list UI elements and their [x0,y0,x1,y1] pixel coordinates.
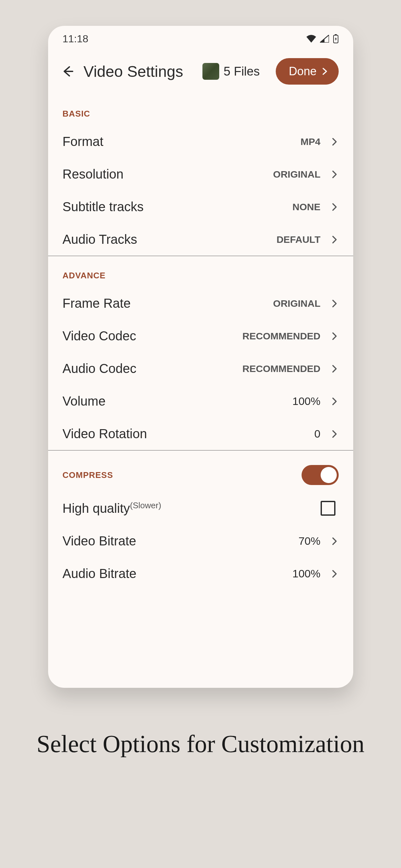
signal-icon [320,35,329,42]
section-compress-header: COMPRESS [48,451,353,492]
compress-toggle[interactable] [302,465,339,485]
files-count: 5 Files [224,65,260,79]
chevron-right-icon [330,397,339,406]
chevron-right-icon [330,137,339,146]
status-icons [306,34,339,43]
row-volume[interactable]: Volume 100% [48,385,353,417]
status-bar: 11:18 [48,29,353,49]
chevron-right-icon [330,569,339,578]
row-subtitle[interactable]: Subtitle tracks NONE [48,190,353,223]
row-rotation[interactable]: Video Rotation 0 [48,417,353,450]
chevron-right-icon [330,236,339,244]
row-high-quality-label: High quality(Slower) [63,500,161,516]
row-audio-bitrate-value: 100% [292,567,320,580]
row-audio-tracks[interactable]: Audio Tracks DEFAULT [48,223,353,256]
row-resolution-value: ORIGINAL [273,169,320,180]
row-format-label: Format [63,134,104,149]
row-resolution[interactable]: Resolution ORIGINAL [48,158,353,190]
chevron-right-icon [330,170,339,179]
section-compress-label: COMPRESS [63,470,113,480]
back-button[interactable] [61,65,74,78]
svg-rect-1 [335,34,337,35]
section-compress: COMPRESS High quality(Slower) Video Bitr… [48,451,353,590]
chevron-right-icon [330,537,339,546]
row-high-quality[interactable]: High quality(Slower) [48,492,353,525]
row-audio-codec-label: Audio Codec [63,361,136,376]
battery-icon [333,34,339,43]
section-basic: BASIC Format MP4 Resolution ORIGINAL Sub… [48,94,353,256]
row-volume-label: Volume [63,394,105,408]
files-indicator[interactable]: 5 Files [203,63,260,80]
row-audio-tracks-value: DEFAULT [276,234,320,245]
row-audio-codec[interactable]: Audio Codec RECOMMENDED [48,352,353,385]
row-rotation-value: 0 [314,428,320,440]
section-advance-header: ADVANCE [48,256,353,287]
row-audio-bitrate[interactable]: Audio Bitrate 100% [48,557,353,590]
row-video-bitrate-label: Video Bitrate [63,534,136,548]
row-resolution-label: Resolution [63,167,124,182]
row-subtitle-label: Subtitle tracks [63,199,144,214]
done-label: Done [289,65,316,78]
row-frame-rate[interactable]: Frame Rate ORIGINAL [48,287,353,320]
row-rotation-label: Video Rotation [63,427,147,441]
row-format[interactable]: Format MP4 [48,125,353,158]
row-audio-codec-value: RECOMMENDED [243,363,320,374]
chevron-right-icon [330,430,339,438]
section-advance: ADVANCE Frame Rate ORIGINAL Video Codec … [48,256,353,451]
row-video-bitrate-value: 70% [298,535,320,547]
row-audio-bitrate-label: Audio Bitrate [63,566,136,581]
row-video-codec-value: RECOMMENDED [243,331,320,342]
phone-frame: 11:18 Video Settings 5 Files Done [48,26,353,688]
page-title: Video Settings [84,63,193,81]
chevron-right-icon [330,332,339,340]
chevron-right-icon [330,299,339,308]
wifi-icon [306,35,316,42]
row-format-value: MP4 [301,136,320,147]
promo-caption: Select Options for Customization [36,730,364,758]
chevron-right-icon [321,68,328,75]
header: Video Settings 5 Files Done [48,49,353,94]
file-thumbnail [203,63,219,80]
section-basic-header: BASIC [48,94,353,125]
row-frame-rate-label: Frame Rate [63,296,131,311]
done-button[interactable]: Done [276,58,338,85]
row-video-bitrate[interactable]: Video Bitrate 70% [48,525,353,557]
chevron-right-icon [330,365,339,373]
row-video-codec-label: Video Codec [63,329,136,343]
status-time: 11:18 [63,33,89,45]
chevron-right-icon [330,203,339,211]
row-frame-rate-value: ORIGINAL [273,298,320,309]
row-video-codec[interactable]: Video Codec RECOMMENDED [48,320,353,352]
row-audio-tracks-label: Audio Tracks [63,232,137,247]
high-quality-checkbox[interactable] [320,501,335,516]
row-volume-value: 100% [292,395,320,407]
row-subtitle-value: NONE [292,202,320,213]
